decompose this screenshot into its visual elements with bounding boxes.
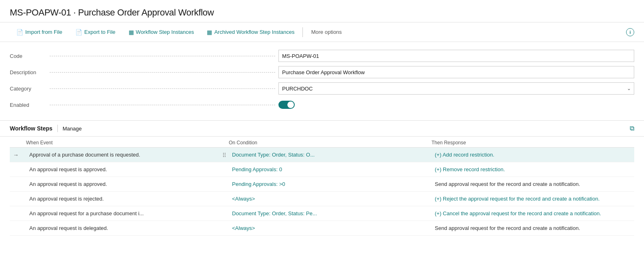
description-input[interactable] (278, 66, 634, 78)
import-icon: 📄 (16, 29, 23, 35)
code-label: Code (10, 53, 46, 59)
row-when-event-2: An approval request is approved. (26, 179, 229, 190)
row-then-response-1[interactable]: (+) Remove record restriction. (432, 164, 634, 175)
row-on-condition-4[interactable]: Document Type: Order, Status: Pe... (229, 208, 432, 219)
row-on-condition-1[interactable]: Pending Approvals: 0 (229, 164, 432, 175)
description-row: Description (10, 65, 634, 79)
enabled-row: Enabled (10, 97, 634, 112)
expand-icon[interactable]: ⧉ (630, 125, 634, 132)
info-button[interactable]: i (626, 28, 634, 36)
drag-handle-icon[interactable] (223, 153, 226, 157)
table-row[interactable]: An approval request for a purchase docum… (10, 206, 634, 221)
action-bar-separator (302, 27, 303, 37)
col-header-empty (10, 140, 26, 146)
code-dots (50, 56, 275, 56)
row-when-event-3: An approval request is rejected. (26, 193, 229, 204)
row-on-condition-5[interactable]: <Always> (229, 223, 432, 234)
row-when-event-4: An approval request for a purchase docum… (26, 208, 229, 219)
table-row[interactable]: An approval request is rejected. <Always… (10, 192, 634, 206)
action-bar: 📄 Import from File 📄 Export to File ▦ Wo… (0, 22, 644, 42)
category-value-wrap[interactable]: PURCHDOC ⌄ (278, 82, 634, 95)
table-row[interactable]: An approval request is delegated. <Alway… (10, 221, 634, 236)
enabled-label-wrap: Enabled (10, 102, 278, 108)
workflow-steps-title: Workflow Steps (10, 125, 53, 132)
export-icon: 📄 (75, 29, 82, 35)
row-arrow-4 (10, 211, 26, 216)
description-label: Description (10, 69, 46, 75)
table-row[interactable]: An approval request is approved. Pending… (10, 162, 634, 177)
row-when-event-5: An approval request is delegated. (26, 223, 229, 234)
row-when-event-1: An approval request is approved. (26, 164, 229, 175)
row-on-condition-2[interactable]: Pending Approvals: >0 (229, 179, 432, 190)
workflow-steps-table: When Event On Condition Then Response → … (0, 137, 644, 236)
row-on-condition-0[interactable]: Document Type: Order, Status: O... (229, 149, 432, 160)
workflow-steps-header: Workflow Steps Manage ⧉ (0, 121, 644, 137)
code-row: Code (10, 49, 634, 63)
category-label-wrap: Category (10, 86, 278, 92)
col-header-when-event: When Event (26, 140, 229, 146)
description-label-wrap: Description (10, 69, 278, 75)
row-arrow-2 (10, 182, 26, 187)
row-then-response-3[interactable]: (+) Reject the approval request for the … (432, 193, 634, 204)
enabled-value-wrap[interactable] (278, 101, 634, 109)
table-row[interactable]: An approval request is approved. Pending… (10, 177, 634, 192)
enabled-dots (50, 105, 275, 105)
table-row[interactable]: → Approval of a purchase document is req… (10, 148, 634, 162)
workflow-steps-separator (57, 125, 58, 132)
row-when-event-0: Approval of a purchase document is reque… (26, 149, 229, 160)
page-title: MS-POAPW-01 · Purchase Order Approval Wo… (10, 7, 634, 18)
category-label: Category (10, 86, 46, 92)
manage-button[interactable]: Manage (63, 126, 82, 132)
row-then-response-5: Send approval request for the record and… (432, 223, 634, 234)
archived-workflow-step-instances-button[interactable]: ▦ Archived Workflow Step Instances (200, 22, 301, 42)
form-section: Code Description Category PURCHDOC ⌄ (0, 42, 644, 121)
row-arrow-5 (10, 226, 26, 231)
toggle-knob (287, 102, 294, 108)
table-icon-1: ▦ (129, 29, 134, 35)
more-options-button[interactable]: More options (304, 22, 348, 42)
code-input[interactable] (278, 50, 634, 62)
col-header-then-response: Then Response (432, 140, 634, 146)
description-value-wrap[interactable] (278, 66, 634, 78)
page-header: MS-POAPW-01 · Purchase Order Approval Wo… (0, 0, 644, 22)
row-arrow-0: → (10, 149, 26, 161)
row-arrow-3 (10, 197, 26, 201)
workflow-step-instances-button[interactable]: ▦ Workflow Step Instances (122, 22, 201, 42)
code-label-wrap: Code (10, 53, 278, 59)
col-header-on-condition: On Condition (229, 140, 432, 146)
row-then-response-0[interactable]: (+) Add record restriction. (432, 149, 634, 160)
category-dots (50, 88, 275, 89)
row-then-response-4[interactable]: (+) Cancel the approval request for the … (432, 208, 634, 219)
enabled-toggle[interactable] (278, 101, 634, 109)
description-dots (50, 72, 275, 73)
table-header-row: When Event On Condition Then Response (10, 137, 634, 148)
import-from-file-button[interactable]: 📄 Import from File (10, 22, 69, 42)
row-on-condition-3[interactable]: <Always> (229, 193, 432, 204)
row-arrow-1 (10, 167, 26, 172)
enabled-label: Enabled (10, 102, 46, 108)
row-then-response-2: Send approval request for the record and… (432, 179, 634, 190)
category-row: Category PURCHDOC ⌄ (10, 81, 634, 96)
table-icon-2: ▦ (207, 29, 212, 35)
export-to-file-button[interactable]: 📄 Export to File (69, 22, 122, 42)
category-select[interactable]: PURCHDOC (278, 82, 634, 95)
code-value-wrap[interactable] (278, 50, 634, 62)
